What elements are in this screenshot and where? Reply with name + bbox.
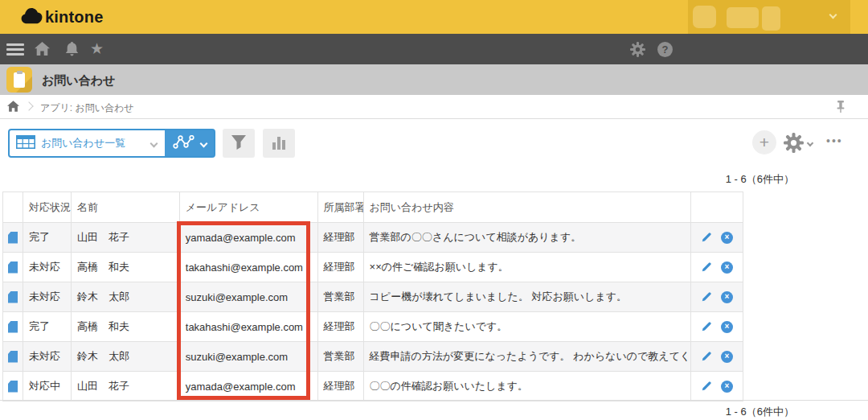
cell-department: 営業部 (318, 342, 364, 371)
record-icon[interactable] (8, 291, 18, 303)
app-settings-gear-icon[interactable] (784, 133, 804, 156)
table-row: 未対応 鈴木 太郎 suzuki@example.com 営業部 コピー機が壊れ… (3, 282, 743, 312)
header-content[interactable]: お問い合わせ内容 (364, 192, 692, 222)
app-clipboard-icon[interactable] (6, 67, 32, 93)
help-icon[interactable]: ? (657, 42, 673, 57)
cell-email: suzuki@example.com (180, 342, 318, 371)
favorites-star-icon[interactable]: ★ (90, 40, 104, 57)
breadcrumb: アプリ: お問い合わせ (0, 95, 868, 119)
cell-name: 鈴木 太郎 (72, 282, 180, 311)
delete-icon[interactable]: × (721, 291, 733, 303)
cell-content: ××の件ご確認お願いします。 (364, 253, 692, 282)
home-icon[interactable] (35, 42, 50, 59)
view-selector[interactable]: お問い合わせ一覧 (8, 129, 215, 158)
delete-icon[interactable]: × (721, 261, 733, 274)
user-menu-chevron-down-icon[interactable] (829, 11, 837, 19)
cell-content: 営業部の〇〇さんについて相談があります。 (364, 223, 692, 252)
notifications-bell-icon[interactable] (65, 42, 79, 60)
breadcrumb-home-icon[interactable] (7, 101, 19, 115)
table-row: 完了 山田 花子 yamada@example.com 経理部 営業部の〇〇さん… (3, 223, 743, 253)
delete-icon[interactable]: × (721, 232, 733, 244)
records-table: 対応状況 名前 メールアドレス 所属部署 お問い合わせ内容 完了 山田 花子 y… (2, 191, 743, 401)
filter-button[interactable] (223, 129, 255, 158)
app-header-bar: お問い合わせ (0, 64, 868, 95)
breadcrumb-separator-icon (24, 101, 33, 110)
table-row: 対応中 山田 花子 yamada@example.com 経理部 〇〇の件確認お… (3, 372, 743, 401)
cell-status: 未対応 (23, 342, 72, 371)
cell-department: 経理部 (318, 372, 364, 401)
edit-pencil-icon[interactable] (701, 232, 712, 243)
cell-email: yamada@example.com (180, 223, 318, 252)
header-status[interactable]: 対応状況 (23, 192, 72, 222)
delete-icon[interactable]: × (721, 321, 733, 333)
header-department[interactable]: 所属部署 (318, 192, 364, 222)
table-bottom-divider (0, 400, 868, 401)
cell-name: 高橋 和夫 (72, 312, 180, 341)
edit-pencil-icon[interactable] (701, 381, 712, 392)
cell-content: 〇〇について聞きたいです。 (364, 312, 692, 341)
add-record-button[interactable]: + (752, 130, 776, 154)
cell-email: takahashi@example.com (180, 312, 318, 341)
table-header-row: 対応状況 名前 メールアドレス 所属部署 お問い合わせ内容 (3, 192, 743, 223)
edit-pencil-icon[interactable] (701, 321, 712, 332)
cell-department: 経理部 (318, 223, 364, 252)
top-brand-bar: kintone (0, 0, 868, 34)
pin-icon[interactable] (836, 100, 845, 117)
cell-name: 山田 花子 (72, 223, 180, 252)
cell-status: 完了 (23, 312, 72, 341)
cell-email: suzuki@example.com (180, 282, 318, 311)
cell-name: 山田 花子 (72, 372, 180, 401)
app-title[interactable]: お問い合わせ (42, 73, 115, 89)
cell-content: 経費申請の方法が変更になったようです。 わからないので教えてください。 (364, 342, 692, 371)
chart-button[interactable] (263, 129, 295, 158)
graph-chevron-down-icon (199, 139, 207, 147)
edit-pencil-icon[interactable] (701, 291, 712, 303)
cell-status: 完了 (23, 223, 72, 252)
cell-status: 未対応 (23, 253, 72, 282)
cell-content: 〇〇の件確認お願いいたします。 (364, 372, 692, 401)
cell-email: yamada@example.com (180, 372, 318, 401)
view-chevron-down-icon (150, 139, 158, 147)
delete-icon[interactable]: × (721, 351, 733, 363)
breadcrumb-path[interactable]: アプリ: お問い合わせ (40, 101, 134, 115)
cell-department: 経理部 (318, 312, 364, 341)
edit-pencil-icon[interactable] (701, 261, 712, 273)
table-row: 未対応 鈴木 太郎 suzuki@example.com 営業部 経費申請の方法… (3, 342, 743, 372)
delete-icon[interactable]: × (721, 381, 733, 393)
user-avatar (693, 6, 716, 28)
funnel-icon (231, 135, 247, 152)
header-email[interactable]: メールアドレス (180, 192, 318, 222)
process-graph-button[interactable] (165, 130, 214, 156)
settings-gear-icon[interactable] (630, 42, 645, 60)
cell-name: 高橋 和夫 (72, 253, 180, 282)
hamburger-menu-icon[interactable] (6, 43, 24, 56)
view-selector-dropdown[interactable]: お問い合わせ一覧 (10, 130, 165, 156)
user-name-redacted (762, 6, 780, 31)
table-view-icon (16, 135, 35, 152)
cell-department: 経理部 (318, 253, 364, 282)
kintone-logo-text: kintone (45, 8, 104, 27)
record-icon[interactable] (8, 232, 18, 244)
record-icon[interactable] (8, 321, 18, 333)
more-options-button[interactable]: ••• (826, 134, 843, 147)
pagination-top: 1 - 6（6件中） (726, 172, 794, 187)
header-name[interactable]: 名前 (72, 192, 180, 222)
kintone-logo[interactable]: kintone (21, 7, 104, 27)
pagination-bottom: 1 - 6（6件中） (726, 405, 794, 419)
edit-pencil-icon[interactable] (701, 351, 712, 362)
record-icon[interactable] (8, 351, 18, 363)
kintone-app-window: kintone ★ ? (0, 0, 868, 420)
cell-status: 対応中 (23, 372, 72, 401)
cell-name: 鈴木 太郎 (72, 342, 180, 371)
user-account-area[interactable] (688, 0, 850, 34)
kintone-cloud-icon (21, 7, 43, 27)
cell-content: コピー機が壊れてしまいました。 対応お願いします。 (364, 282, 692, 311)
header-actions-column (691, 192, 743, 222)
current-view-name: お問い合わせ一覧 (41, 136, 145, 150)
record-icon[interactable] (8, 381, 18, 393)
table-row: 完了 高橋 和夫 takahashi@example.com 経理部 〇〇につい… (3, 312, 743, 342)
record-icon[interactable] (8, 261, 18, 274)
user-name-redacted (727, 7, 759, 28)
settings-chevron-down-icon[interactable] (807, 140, 813, 146)
graph-nodes-icon (173, 135, 194, 152)
